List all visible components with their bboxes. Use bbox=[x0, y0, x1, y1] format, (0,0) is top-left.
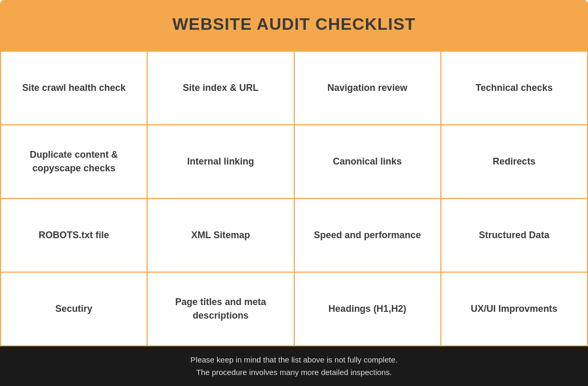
footer: Please keep in mind that the list above … bbox=[0, 346, 588, 386]
footer-text: Please keep in mind that the list above … bbox=[10, 354, 578, 379]
grid-cell-duplicate-content: Duplicate content & copyscape checks bbox=[1, 125, 148, 199]
main-container: WEBSITE AUDIT CHECKLIST Site crawl healt… bbox=[0, 0, 588, 386]
grid-cell-site-crawl: Site crawl health check bbox=[1, 52, 148, 125]
grid-cell-robots-txt: ROBOTS.txt file bbox=[1, 199, 148, 273]
footer-line2: The procedure involves many more detaile… bbox=[196, 368, 392, 377]
grid-cell-speed-performance: Speed and performance bbox=[295, 199, 441, 273]
checklist-grid: Site crawl health checkSite index & URLN… bbox=[0, 51, 588, 346]
grid-cell-security: Secutiry bbox=[1, 273, 148, 346]
footer-line1: Please keep in mind that the list above … bbox=[190, 355, 398, 364]
grid-cell-redirects: Redirects bbox=[441, 125, 588, 199]
page-title: WEBSITE AUDIT CHECKLIST bbox=[10, 15, 578, 34]
grid-cell-ux-ui: UX/UI Improvments bbox=[441, 273, 588, 346]
grid-cell-page-titles: Page titles and meta descriptions bbox=[148, 273, 294, 346]
header: WEBSITE AUDIT CHECKLIST bbox=[0, 0, 588, 51]
grid-cell-site-index: Site index & URL bbox=[148, 52, 294, 125]
grid-cell-navigation-review: Navigation review bbox=[295, 52, 441, 125]
grid-cell-headings: Headings (H1,H2) bbox=[295, 273, 441, 346]
grid-cell-structured-data: Structured Data bbox=[441, 199, 588, 273]
grid-cell-internal-linking: Internal linking bbox=[148, 125, 294, 199]
grid-cell-canonical-links: Canonical links bbox=[295, 125, 441, 199]
grid-cell-xml-sitemap: XML Sitemap bbox=[148, 199, 294, 273]
grid-cell-technical-checks: Technical checks bbox=[441, 52, 588, 125]
